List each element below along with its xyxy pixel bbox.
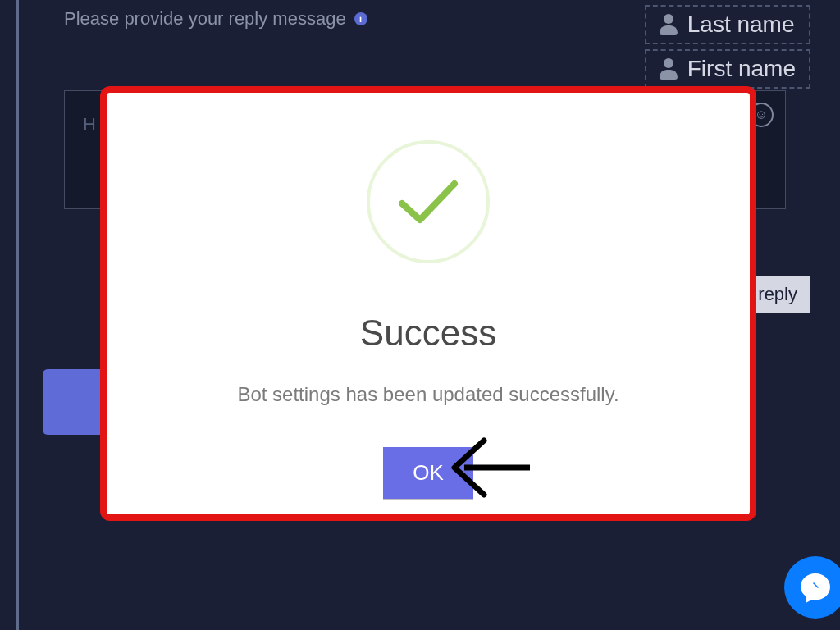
annotation-highlight-border: Success Bot settings has been updated su… <box>100 86 756 521</box>
reply-hint: H <box>83 114 96 135</box>
success-modal: Success Bot settings has been updated su… <box>116 99 740 508</box>
reply-message-label: Please provide your reply message i <box>64 8 368 30</box>
messenger-chat-button[interactable] <box>784 556 840 619</box>
chip-first-name-label: First name <box>687 56 796 82</box>
modal-title: Success <box>360 313 496 354</box>
left-divider <box>16 0 19 630</box>
chip-first-name[interactable]: First name <box>645 49 810 89</box>
person-icon <box>660 14 678 35</box>
reply-message-text: Please provide your reply message <box>64 8 346 30</box>
person-icon <box>660 58 678 80</box>
modal-message: Bot settings has been updated successful… <box>237 383 619 406</box>
add-reply-label: reply <box>758 284 797 304</box>
success-check-icon <box>367 140 490 263</box>
chip-last-name[interactable]: Last name <box>645 5 810 44</box>
ok-button[interactable]: OK <box>383 447 473 499</box>
chip-last-name-label: Last name <box>687 11 795 38</box>
app-background: Please provide your reply message i H ☺ … <box>0 0 840 630</box>
variable-chips: Last name First name <box>645 5 810 89</box>
messenger-icon <box>798 570 833 605</box>
ok-button-label: OK <box>413 460 444 485</box>
info-icon[interactable]: i <box>354 12 368 25</box>
